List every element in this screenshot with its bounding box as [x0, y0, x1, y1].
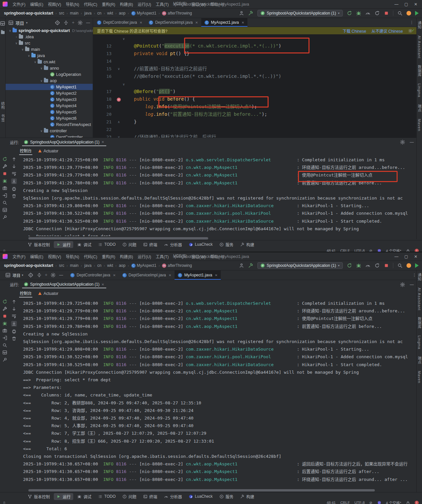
code-line[interactable]: 16 //@Before("execution(* cn.wkt.service…	[93, 73, 416, 80]
tab-console[interactable]: 控制台	[19, 146, 32, 155]
user-icon[interactable]	[239, 263, 244, 268]
editor-tab[interactable]: CDeptController.java✕	[94, 18, 146, 27]
stripe-item-lingma[interactable]: Lingma	[417, 335, 421, 349]
code-line[interactable]: 19 log.info("使用@Pointcut注解统一注解切入点");	[93, 103, 416, 110]
marketplace-icon[interactable]	[415, 263, 419, 268]
menu-item[interactable]: 文件(F)	[10, 253, 28, 260]
stripe-item-lingma[interactable]: Lingma	[417, 83, 421, 97]
close-tab-icon[interactable]: ✕	[195, 21, 198, 24]
tree-item-springboot-aop-quickstart[interactable]: ∨springboot-aop-quickstartD:\wang\wkt	[6, 27, 93, 34]
menu-item[interactable]: 视图(V)	[46, 0, 63, 8]
run-tab[interactable]: SpringbootAopQuickstartApplication (1) ✕	[22, 281, 106, 288]
menu-item[interactable]: 导航(N)	[63, 253, 81, 260]
toolbar-item-warn[interactable]: 问题	[120, 493, 139, 500]
prev-occurrence-icon[interactable]	[12, 299, 16, 304]
soft-wrap-icon[interactable]	[12, 314, 16, 319]
hide-panel-icon[interactable]: —	[59, 273, 63, 277]
toolbar-item-branch[interactable]: 版本控制	[25, 241, 52, 248]
rerun-icon[interactable]	[2, 299, 7, 304]
breadcrumb-item[interactable]: springboot-aop-quickstart	[3, 11, 54, 16]
toolbar-item-gauge[interactable]: 分析器	[161, 493, 185, 500]
scroll-to-end-icon[interactable]	[11, 321, 17, 327]
console-output[interactable]: 2025-10-19T09:41:29.725+08:00 INFO 8116 …	[18, 298, 416, 488]
breadcrumb-item[interactable]: aop	[118, 11, 126, 16]
tree-chevron-icon[interactable]: ∨	[39, 129, 44, 133]
stripe-item-ai-assistant[interactable]: AI Assistant	[417, 288, 421, 310]
pin-tab-icon[interactable]	[2, 215, 7, 220]
toolbar-item-gauge[interactable]: 分析器	[161, 241, 185, 248]
tree-chevron-icon[interactable]: ∨	[39, 79, 44, 82]
run-config-combo[interactable]: SpringbootAopQuickstartApplication (1) ▾	[257, 10, 343, 16]
marketplace-icon[interactable]	[415, 11, 419, 16]
file-encoding[interactable]: UTF-8	[354, 501, 365, 504]
code-line[interactable]: 20 log.info("前置通知-目标方法运行之前 before...");	[93, 110, 416, 118]
project-stripe-icon[interactable]	[0, 21, 5, 26]
tree-item-logoperation[interactable]: @LogOperation	[6, 71, 93, 78]
breadcrumb-item[interactable]: main	[69, 263, 79, 268]
breadcrumb-item[interactable]: springboot-aop-quickstart	[3, 263, 54, 268]
toolbar-item-moon[interactable]: LuaCheck	[186, 493, 215, 499]
indent-setting[interactable]: 4 个空格*	[386, 248, 401, 252]
error-indicator[interactable]: !	[415, 249, 419, 252]
toolbar-item-moon[interactable]: LuaCheck	[186, 241, 215, 247]
editor-tab[interactable]: CMyAspect1.java✕	[201, 18, 247, 27]
close-tab-icon[interactable]: ✕	[101, 283, 104, 286]
project-header-label[interactable]: 项目	[13, 272, 20, 278]
select-opened-file-icon[interactable]	[55, 20, 60, 25]
tree-item-controller[interactable]: ∨controller	[6, 128, 93, 134]
code-line[interactable]: 18↺ public void before() {	[93, 95, 416, 103]
stripe-item-端点[interactable]: 端点	[417, 356, 422, 364]
minimize-button[interactable]: —	[395, 254, 399, 259]
inspection-ok-icon[interactable]: ✓	[411, 28, 415, 33]
menu-item[interactable]: 工具(T)	[153, 0, 171, 8]
tree-item-src[interactable]: ∨src	[6, 40, 93, 46]
code-line[interactable]: 13 private void pt() {}	[93, 50, 416, 57]
toolbar-item-bug[interactable]: 调试	[75, 241, 94, 248]
tree-chevron-icon[interactable]: ∨	[26, 54, 31, 57]
profile-button[interactable]	[365, 11, 371, 16]
editor-tab[interactable]: CMyAspect1.java✕	[175, 270, 221, 280]
shield-icon[interactable]	[377, 501, 381, 504]
restart-debug-icon[interactable]	[2, 321, 7, 326]
breadcrumb-item[interactable]: mafterThrowing	[161, 11, 192, 16]
toolbar-item-play[interactable]: 运行	[54, 241, 73, 248]
close-tab-icon[interactable]: ✕	[215, 273, 217, 277]
modify-run-config-icon[interactable]	[2, 306, 7, 311]
file-encoding[interactable]: UTF-8	[354, 249, 365, 252]
project-settings-icon[interactable]	[50, 272, 56, 278]
build-button[interactable]	[248, 263, 253, 268]
codegeex-icon[interactable]	[406, 263, 411, 268]
stop-icon[interactable]	[2, 314, 7, 319]
close-tab-icon[interactable]: ✕	[140, 21, 142, 24]
coverage-button[interactable]	[374, 263, 380, 268]
tree-chevron-icon[interactable]: ∨	[20, 48, 25, 51]
lock-icon[interactable]	[406, 249, 410, 252]
code-line[interactable]: 22	[93, 126, 416, 133]
collapse-all-icon[interactable]: ÷	[45, 273, 48, 277]
next-occurrence-icon[interactable]	[12, 306, 16, 311]
code-line[interactable]: ∨	[93, 80, 416, 88]
structure-stripe-label[interactable]: 结构	[0, 102, 5, 110]
breadcrumb-item[interactable]: java	[83, 11, 92, 16]
stop-button[interactable]	[384, 263, 389, 268]
codegeex-icon[interactable]	[406, 11, 411, 16]
next-occurrence-icon[interactable]	[12, 164, 16, 169]
code-line[interactable]: 12 @Pointcut("execution(* cn.wkt.service…	[93, 42, 416, 50]
stripe-item-maven[interactable]: Maven	[417, 371, 421, 383]
run-config-combo[interactable]: SpringbootAopQuickstartApplication (1) ▾	[257, 262, 343, 269]
build-button[interactable]	[248, 11, 253, 16]
maximize-button[interactable]: ▢	[405, 2, 408, 7]
tree-item-myaspect1[interactable]: CMyAspect1	[6, 84, 93, 90]
tree-item-myaspect5[interactable]: CMyAspect5	[6, 109, 93, 115]
maximize-button[interactable]: ▢	[405, 254, 408, 259]
menu-item[interactable]: 重构(R)	[100, 253, 118, 260]
hide-panel-icon[interactable]: —	[86, 20, 90, 25]
stripe-item-通知[interactable]: 通知	[417, 273, 422, 281]
menu-item[interactable]: 构建(B)	[117, 0, 135, 8]
print-icon[interactable]	[12, 329, 16, 334]
debug-button[interactable]	[356, 263, 361, 268]
close-button[interactable]: ✕	[414, 2, 417, 7]
menu-item[interactable]: 编辑(E)	[28, 253, 46, 260]
tree-item--idea[interactable]: ›.idea	[6, 34, 93, 40]
exit-icon[interactable]	[2, 335, 7, 340]
